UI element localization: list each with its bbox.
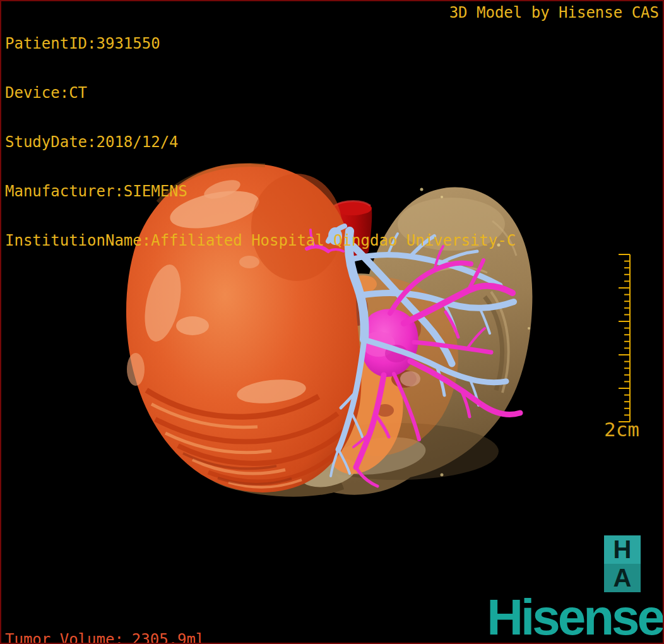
hisense-ha-badge-icon: H A [604, 535, 641, 592]
3d-view-window: PatientID:3931550 Device:CT StudyDate:20… [0, 0, 664, 644]
study-date-text: StudyDate:2018/12/4 [5, 134, 516, 150]
patient-id-text: PatientID:3931550 [5, 35, 516, 52]
scale-label: 2cm [600, 418, 644, 441]
patient-info-overlay: PatientID:3931550 Device:CT StudyDate:20… [5, 3, 516, 282]
badge-letter-a: A [604, 564, 641, 592]
badge-letter-h: H [604, 535, 641, 564]
tumor-volume-value: 2305.9ml [132, 631, 205, 644]
tumor-volume-label: Tumor Volume: [5, 631, 132, 644]
scale-ruler [614, 249, 634, 427]
manufacturer-text: Manufacturer:SIEMENS [5, 183, 516, 200]
hisense-wordmark: Hisense [487, 599, 663, 636]
device-text: Device:CT [5, 85, 516, 101]
tumor-volume-row: Tumor Volume:2305.9ml [5, 631, 205, 644]
volume-stats: Tumor Volume:2305.9ml Liver Volume:2964.… [5, 597, 205, 644]
institution-text: InstitutionName:Affiliated Hospital Qing… [5, 232, 516, 249]
watermark-text: 3D Model by Hisense CAS [449, 4, 659, 21]
